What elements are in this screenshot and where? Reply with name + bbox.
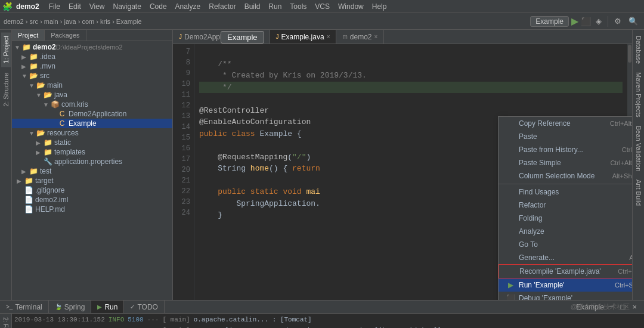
code-line: /** (199, 58, 623, 70)
search-icon[interactable]: 🔍 (626, 16, 640, 27)
run-icon: ▶ (97, 304, 102, 310)
bottom-tab-terminal-label: Terminal (15, 303, 42, 311)
ctx-column-selection[interactable]: Column Selection Mode Alt+Shift+Insert (499, 169, 632, 182)
right-tab-database[interactable]: Database (634, 32, 643, 67)
log-line: 2019-03-13 13:30:11.152 INFO 5108 --- [ … (14, 315, 642, 326)
todo-icon: ✓ (130, 304, 135, 310)
bottom-left-tabs: 2: Favorites (0, 314, 12, 328)
editor-area: J Demo2Application.java × J Example.java… (173, 30, 632, 300)
toolbar: demo2 › src › main › java › com › kris ›… (0, 13, 644, 30)
run-example-icon: ▶ (506, 281, 515, 289)
ctx-folding[interactable]: Folding › (499, 212, 632, 225)
menu-item-build[interactable]: Build (241, 1, 264, 12)
run-config-selector[interactable]: Example (530, 16, 569, 27)
menu-item-help[interactable]: Help (369, 1, 391, 12)
context-menu: Copy Reference Ctrl+Alt+Shift+C Paste Ct… (498, 116, 632, 300)
sidebar-item-structure[interactable]: 2: Structure (1, 69, 11, 110)
line-numbers: 7 8 9 10 11 12 13 14 15 16 17 20 21 22 2… (173, 44, 194, 300)
right-tab-maven[interactable]: Maven Projects (634, 69, 643, 121)
tree-item-idea[interactable]: ▶ 📁 .idea (12, 52, 172, 61)
ctx-generate[interactable]: Generate... Alt+Insert (499, 251, 632, 264)
ctx-analyze[interactable]: Analyze › (499, 225, 632, 238)
tree-item-target[interactable]: ▶ 📁 target (12, 176, 172, 185)
bottom-tab-spring-label: Spring (64, 303, 85, 311)
tree-item-help-md[interactable]: ▶ 📄 HELP.md (12, 205, 172, 214)
ctx-run-example[interactable]: ▶ Run 'Example' Ctrl+Shift+F10 (499, 279, 632, 292)
favorites-tab[interactable]: 2: Favorites (1, 314, 10, 328)
menu-item-navigate[interactable]: Navigate (110, 1, 145, 12)
ctx-paste-from-history[interactable]: Paste from History... Ctrl+Shift+V (499, 143, 632, 156)
menu-item-file[interactable]: File (45, 1, 64, 12)
right-sidebar-tabs: Database Maven Projects Bean Validation … (632, 30, 644, 300)
tree-item-main[interactable]: ▼ 📂 main (12, 81, 172, 90)
tree-item-src[interactable]: ▼ 📂 src (12, 71, 172, 81)
file-tab-example[interactable]: J Example.java × (270, 30, 337, 44)
code-line: @RestController (199, 105, 623, 117)
tree-item-example[interactable]: ▶ C Example (12, 119, 172, 128)
tree-item-mvn[interactable]: ▶ 📁 .mvn (12, 61, 172, 71)
tree-item-gitignore[interactable]: ▶ 📄 .gitignore (12, 185, 172, 195)
code-line: * Created by Kris on 2019/3/13. (199, 70, 623, 82)
app-icon: 🧩 (2, 2, 13, 11)
ctx-go-to[interactable]: Go To › (499, 238, 632, 251)
right-tab-ant-build[interactable]: Ant Build (634, 176, 643, 209)
tree-item-templates[interactable]: ▶ 📁 templates (12, 147, 172, 157)
project-panel: Project Packages ▼ 📁 demo2 D:\IdeaProjec… (12, 30, 173, 300)
log-line: 2019-03-13 13:30:11.160 INFO 5108 --- [ … (14, 326, 642, 328)
bottom-tab-terminal[interactable]: >_ Terminal (0, 301, 49, 313)
right-tab-bean-validation[interactable]: Bean Validation (634, 122, 643, 175)
tab-packages[interactable]: Packages (45, 30, 86, 41)
menu-item-view[interactable]: View (86, 1, 109, 12)
menu-item-run[interactable]: Run (265, 1, 285, 12)
tree-item-test[interactable]: ▶ 📁 test (12, 166, 172, 176)
file-tab-demo2-close[interactable]: × (374, 33, 378, 40)
tree-item-demo2-iml[interactable]: ▶ 📄 demo2.iml (12, 195, 172, 205)
file-tab-example-label: Example.java (281, 33, 324, 41)
ctx-paste-simple[interactable]: Paste Simple Ctrl+Alt+Shift+V (499, 156, 632, 169)
bottom-tab-run-label: Run (104, 303, 117, 311)
tree-item-java[interactable]: ▼ 📂 java (12, 90, 172, 100)
run-button[interactable]: ▶ (571, 16, 578, 27)
breadcrumb: demo2 › src › main › java › com › kris ›… (4, 18, 142, 25)
file-tab-example-close[interactable]: × (327, 33, 330, 40)
menu-item-window[interactable]: Window (335, 1, 367, 12)
tree-item-com-kris[interactable]: ▼ 📦 com.kris (12, 100, 172, 109)
menu-item-refactor[interactable]: Refactor (205, 1, 239, 12)
tree-item-demo2[interactable]: ▼ 📁 demo2 D:\IdeaProjects\demo2 (12, 42, 172, 52)
bottom-panel: >_ Terminal 🍃 Spring ▶ Run ✓ TODO Exampl… (0, 300, 644, 328)
tree-item-resources[interactable]: ▼ 📂 resources (12, 128, 172, 138)
bottom-tab-run[interactable]: ▶ Run (91, 301, 124, 313)
ctx-paste[interactable]: Paste Ctrl+V (499, 130, 632, 143)
debug-example-icon: ⬛ (506, 294, 515, 300)
menu-item-vcs[interactable]: VCS (311, 1, 333, 12)
code-line: */ (199, 82, 623, 94)
ctx-debug-example[interactable]: ⬛ Debug 'Example' (499, 292, 632, 300)
menu-item-tools[interactable]: Tools (286, 1, 310, 12)
main-layout: 1: Project 2: Structure Project Packages… (0, 30, 644, 300)
terminal-icon: >_ (6, 304, 13, 310)
bottom-tab-todo[interactable]: ✓ TODO (124, 301, 164, 313)
ctx-copy-reference[interactable]: Copy Reference Ctrl+Alt+Shift+C (499, 117, 632, 130)
coverage-button[interactable]: ◈ (593, 16, 604, 27)
bottom-tab-spring[interactable]: 🍃 Spring (49, 301, 92, 313)
tree-item-static[interactable]: ▶ 📁 static (12, 138, 172, 147)
tree-item-demo2application[interactable]: ▶ C Demo2Application (12, 109, 172, 119)
tab-project[interactable]: Project (12, 30, 45, 41)
ctx-refactor[interactable]: Refactor › (499, 199, 632, 212)
sidebar-item-project[interactable]: 1: Project (1, 32, 11, 67)
ctx-recompile[interactable]: Recompile 'Example.java' Ctrl+Shift+F9 (499, 264, 632, 279)
toolbar-right: Example ▶ ⬛ ◈ ⚙ 🔍 (530, 16, 640, 27)
close-panel-icon[interactable]: × (630, 301, 639, 312)
code-line (199, 47, 623, 58)
menu-item-code[interactable]: Code (146, 1, 171, 12)
menu-bar: 🧩 demo2 FileEditViewNavigateCodeAnalyzeR… (0, 0, 644, 13)
menu-item-analyze[interactable]: Analyze (172, 1, 205, 12)
settings-icon[interactable]: ⚙ (612, 16, 624, 27)
tree-item-application-properties[interactable]: ▶ 🔧 application.properties (12, 157, 172, 166)
file-tab-demo2[interactable]: m demo2 × (336, 30, 384, 44)
ctx-find-usages[interactable]: Find Usages Ctrl+G (499, 185, 632, 199)
editor-scrollbar-thumb[interactable] (628, 45, 631, 63)
menu-item-edit[interactable]: Edit (65, 1, 85, 12)
debug-button[interactable]: ⬛ (581, 17, 591, 26)
left-sidebar-tabs: 1: Project 2: Structure (0, 30, 12, 300)
